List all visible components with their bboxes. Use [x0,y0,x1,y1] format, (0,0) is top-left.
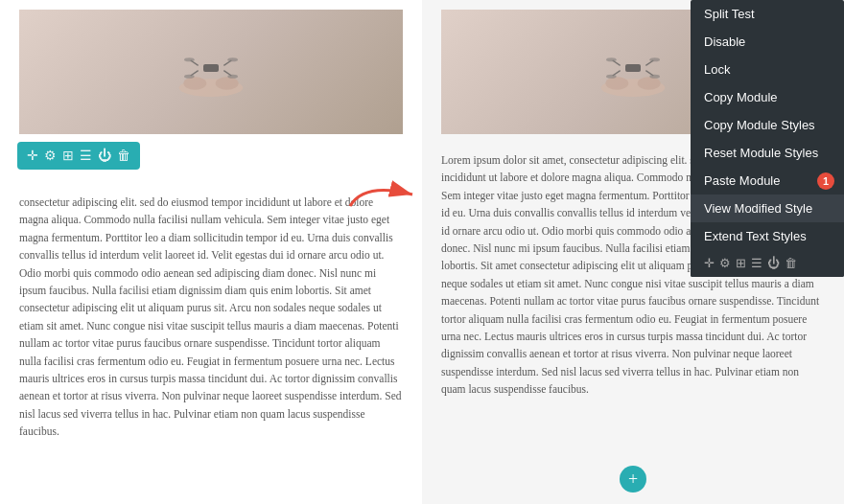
svg-point-23 [606,75,617,79]
svg-rect-3 [203,64,219,72]
svg-point-8 [184,57,195,61]
paste-module-badge: 1 [817,172,834,190]
left-panel: ✛ ⚙ ⊞ ☰ ⏻ 🗑 consectetur adipiscing elit.… [0,0,422,504]
context-menu-toolbar: ✛ ⚙ ⊞ ☰ ⏻ 🗑 [691,250,844,277]
svg-point-15 [638,77,661,89]
ctx-gear-icon[interactable]: ⚙ [719,256,731,271]
settings-icon[interactable]: ⚙ [44,148,57,164]
menu-item-copy-module[interactable]: Copy Module [691,83,844,111]
add-button[interactable]: + [620,466,646,493]
menu-item-reset-module-styles[interactable]: Reset Module Styles [691,139,844,167]
left-image-area [19,10,403,134]
svg-rect-16 [625,64,641,72]
svg-point-1 [183,77,206,89]
ctx-add-icon[interactable]: ✛ [704,256,715,271]
svg-point-11 [227,75,238,79]
menu-item-extend-text-styles[interactable]: Extend Text Styles [691,222,844,250]
left-text-block: consectetur adipiscing elit. sed do eius… [19,194,403,440]
module-toolbar[interactable]: ✛ ⚙ ⊞ ☰ ⏻ 🗑 [17,142,140,170]
right-drone-image [595,43,671,101]
svg-point-22 [649,57,660,61]
main-content: ✛ ⚙ ⊞ ☰ ⏻ 🗑 consectetur adipiscing elit.… [0,0,844,504]
menu-item-lock[interactable]: Lock [691,56,844,83]
grid-icon[interactable]: ⊞ [62,148,74,164]
ctx-grid-icon[interactable]: ⊞ [736,256,746,271]
svg-point-10 [184,75,195,79]
drone-image [173,43,249,101]
add-icon[interactable]: ✛ [27,148,38,164]
menu-icon[interactable]: ☰ [80,148,92,164]
svg-point-2 [216,77,239,89]
left-paragraph: consectetur adipiscing elit. sed do eius… [19,194,403,440]
menu-item-split-test[interactable]: Split Test [691,0,844,28]
right-panel: Split Test Disable Lock Copy Module Copy… [422,0,844,504]
menu-item-view-modified-style[interactable]: View Modified Style [691,195,844,222]
svg-point-9 [227,57,238,61]
menu-item-paste-module[interactable]: Paste Module 1 [691,167,844,195]
svg-point-14 [605,77,628,89]
ctx-menu-icon[interactable]: ☰ [751,256,762,271]
ctx-trash-icon[interactable]: 🗑 [785,256,797,271]
ctx-power-icon[interactable]: ⏻ [767,256,780,271]
svg-point-21 [606,57,617,61]
menu-item-disable[interactable]: Disable [691,28,844,56]
context-menu: Split Test Disable Lock Copy Module Copy… [691,0,844,277]
power-icon[interactable]: ⏻ [98,149,111,164]
trash-icon[interactable]: 🗑 [117,149,130,164]
menu-item-copy-module-styles[interactable]: Copy Module Styles [691,111,844,139]
svg-point-24 [649,75,660,79]
